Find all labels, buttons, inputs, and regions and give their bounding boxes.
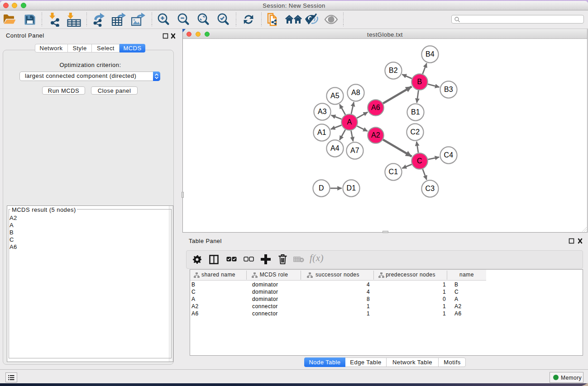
svg-text:C: C xyxy=(417,157,422,165)
svg-text:D1: D1 xyxy=(347,184,356,192)
svg-text:B1: B1 xyxy=(411,108,420,116)
svg-text:A2: A2 xyxy=(371,131,380,139)
svg-text:D: D xyxy=(319,184,324,192)
svg-text:B4: B4 xyxy=(425,50,435,58)
svg-text:A6: A6 xyxy=(371,104,380,111)
svg-text:A7: A7 xyxy=(350,147,359,154)
svg-text:B3: B3 xyxy=(444,86,453,93)
svg-text:A3: A3 xyxy=(318,108,327,115)
svg-text:A: A xyxy=(347,118,352,126)
svg-text:C2: C2 xyxy=(411,128,420,136)
svg-text:A1: A1 xyxy=(317,129,326,136)
svg-text:C4: C4 xyxy=(444,151,454,159)
svg-text:A8: A8 xyxy=(351,89,360,96)
svg-text:A4: A4 xyxy=(330,144,339,152)
svg-text:A5: A5 xyxy=(330,92,339,100)
svg-text:C3: C3 xyxy=(425,185,435,192)
svg-text:C1: C1 xyxy=(389,168,398,176)
svg-text:B: B xyxy=(417,78,422,86)
svg-text:B2: B2 xyxy=(389,67,398,74)
